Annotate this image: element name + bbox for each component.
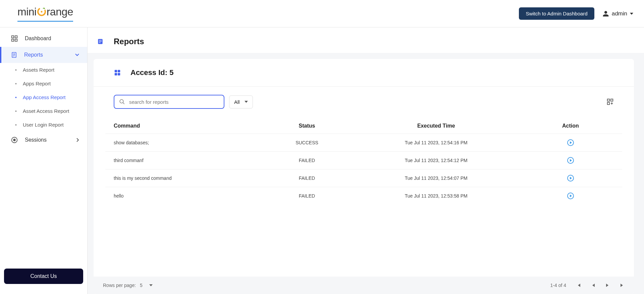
rows-per-page: Rows per page: 5 [103, 283, 153, 288]
switch-admin-button[interactable]: Switch to Admin Dashboard [519, 7, 594, 20]
sidebar: Dashboard Reports Assets Report Apps Rep… [0, 27, 88, 294]
svg-line-21 [123, 102, 124, 104]
cell-command: show databases; [105, 134, 260, 152]
page-first-icon[interactable] [576, 283, 581, 288]
logo-text-mini: mini [17, 6, 37, 18]
search-icon [119, 99, 125, 105]
cell-action [519, 187, 622, 205]
filter-select[interactable]: All [229, 95, 253, 108]
sidebar-reports-label: Reports [24, 52, 43, 58]
chevron-right-icon [76, 138, 79, 142]
th-action: Action [519, 118, 622, 134]
cell-time: Tue Jul 11 2023, 12:54:12 PM [354, 152, 519, 169]
page-title: Reports [114, 37, 144, 46]
svg-rect-16 [115, 70, 117, 72]
sidebar-item-sessions[interactable]: Sessions [0, 132, 87, 148]
th-status: Status [260, 118, 353, 134]
table-row: show databases;SUCCESSTue Jul 11 2023, 1… [105, 134, 622, 152]
page-prev-icon[interactable] [592, 283, 595, 288]
cell-status: SUCCESS [260, 134, 353, 152]
th-time: Executed Time [354, 118, 519, 134]
svg-rect-2 [12, 36, 14, 38]
subnav-label: Asset Access Report [23, 108, 69, 114]
header-right: Switch to Admin Dashboard admin [519, 7, 633, 20]
subnav-label: User Login Report [23, 122, 64, 128]
table-row: helloFAILEDTue Jul 11 2023, 12:53:58 PM [105, 187, 622, 205]
user-menu[interactable]: admin [602, 10, 633, 17]
report-table: Command Status Executed Time Action show… [105, 118, 622, 205]
sidebar-dashboard-label: Dashboard [25, 35, 51, 42]
cell-action [519, 134, 622, 152]
header-bar: mini range Switch to Admin Dashboard adm… [0, 0, 644, 27]
subnav-asset-access-report[interactable]: Asset Access Report [0, 104, 87, 118]
page-header-icon [97, 38, 104, 45]
user-name-label: admin [612, 10, 627, 17]
sidebar-item-dashboard[interactable]: Dashboard [0, 30, 87, 47]
svg-rect-22 [607, 99, 609, 101]
user-icon [602, 10, 609, 17]
logo-text-range: range [47, 6, 73, 18]
play-icon[interactable] [567, 157, 574, 164]
reports-submenu: Assets Report Apps Report App Access Rep… [0, 63, 87, 132]
filter-value: All [234, 99, 240, 105]
svg-rect-4 [12, 39, 14, 41]
play-icon[interactable] [567, 139, 574, 146]
reports-icon [11, 52, 17, 58]
play-icon[interactable] [567, 193, 574, 199]
play-icon[interactable] [567, 175, 574, 181]
svg-rect-17 [118, 70, 120, 72]
pager [576, 283, 625, 288]
cell-command: hello [105, 187, 260, 205]
cell-time: Tue Jul 11 2023, 12:53:58 PM [354, 187, 519, 205]
subnav-label: Assets Report [23, 67, 54, 73]
svg-rect-19 [118, 73, 120, 75]
cell-time: Tue Jul 11 2023, 12:54:16 PM [354, 134, 519, 152]
logo[interactable]: mini range [17, 6, 73, 22]
search-box[interactable] [114, 95, 224, 109]
svg-rect-3 [15, 36, 17, 38]
cell-action [519, 169, 622, 187]
svg-rect-13 [99, 40, 102, 41]
svg-rect-14 [99, 41, 102, 42]
subnav-app-access-report[interactable]: App Access Report [0, 90, 87, 104]
chevron-down-icon [75, 54, 79, 56]
sidebar-item-reports[interactable]: Reports [0, 47, 87, 63]
svg-rect-15 [99, 43, 101, 43]
dashboard-icon [11, 35, 18, 42]
cell-status: FAILED [260, 152, 353, 169]
cell-command: third commanf [105, 152, 260, 169]
svg-point-11 [13, 139, 15, 141]
page-last-icon[interactable] [620, 283, 625, 288]
caret-down-icon [245, 101, 248, 103]
card-title: Access Id: 5 [130, 68, 173, 77]
caret-down-icon [149, 284, 153, 286]
subnav-user-login-report[interactable]: User Login Report [0, 118, 87, 132]
svg-rect-5 [15, 39, 17, 41]
svg-rect-24 [607, 102, 609, 104]
cell-status: FAILED [260, 169, 353, 187]
sidebar-sessions-label: Sessions [25, 137, 47, 143]
svg-point-20 [120, 99, 123, 103]
subnav-assets-report[interactable]: Assets Report [0, 63, 87, 77]
svg-rect-23 [611, 99, 613, 101]
grid-icon [114, 69, 121, 76]
contact-us-button[interactable]: Contact Us [4, 269, 83, 284]
orange-g-icon [37, 7, 47, 17]
page-info: 1-4 of 4 [550, 283, 566, 288]
cell-action [519, 152, 622, 169]
table-row: this is my second commandFAILEDTue Jul 1… [105, 169, 622, 187]
main-content: Reports Access Id: 5 [88, 27, 644, 294]
rpp-select[interactable]: 5 [140, 283, 153, 288]
grid-view-toggle[interactable] [606, 98, 614, 105]
search-input[interactable] [129, 99, 219, 105]
report-card: Access Id: 5 All [94, 59, 634, 294]
cell-command: this is my second command [105, 169, 260, 187]
cell-time: Tue Jul 11 2023, 12:54:07 PM [354, 169, 519, 187]
rpp-value: 5 [140, 283, 143, 288]
card-header: Access Id: 5 [94, 59, 634, 87]
table-row: third commanfFAILEDTue Jul 11 2023, 12:5… [105, 152, 622, 169]
page-header: Reports [88, 27, 644, 53]
subnav-apps-report[interactable]: Apps Report [0, 77, 87, 90]
subnav-label: App Access Report [23, 94, 66, 100]
page-next-icon[interactable] [606, 283, 609, 288]
